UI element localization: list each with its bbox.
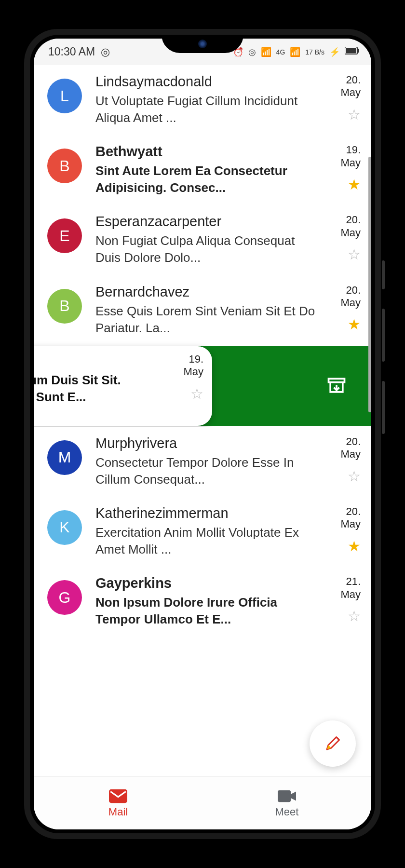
svg-rect-3 xyxy=(329,379,345,382)
star-toggle[interactable]: ★ xyxy=(348,176,361,193)
email-date: 19.May xyxy=(340,144,361,169)
side-buttons xyxy=(382,260,385,453)
status-time: 10:30 AM xyxy=(48,45,95,58)
compose-button[interactable] xyxy=(310,720,356,767)
hotspot-icon-2: ◎ xyxy=(248,47,256,57)
svg-rect-5 xyxy=(278,790,291,801)
phone-frame: 10:30 AM ◎ ⏰ ◎ 📶 4G 📶 17 B/s ⚡ xyxy=(24,29,381,839)
data-rate: 17 B/s xyxy=(305,49,324,55)
mail-icon xyxy=(109,788,127,804)
email-date: 20.May xyxy=(340,284,361,310)
sender: Bethwyatt xyxy=(95,144,317,160)
email-row[interactable]: B Bernardchavez Esse Quis Lorem Sint Ven… xyxy=(34,275,371,345)
email-row[interactable]: G Gayperkins Non Ipsum Dolore Irure Offi… xyxy=(34,567,371,637)
star-toggle[interactable]: ★ xyxy=(348,316,361,333)
email-date: 19. May xyxy=(183,353,203,379)
avatar[interactable]: B xyxy=(47,289,82,324)
sender: Gayperkins xyxy=(95,575,317,591)
nav-mail[interactable]: Mail xyxy=(34,777,202,829)
sender: iciamoody xyxy=(34,353,165,369)
sender: Murphyrivera xyxy=(95,435,317,451)
svg-rect-2 xyxy=(358,49,359,53)
nav-meet[interactable]: Meet xyxy=(202,777,371,829)
email-date: 20.May xyxy=(340,505,361,531)
email-date: 21.May xyxy=(340,575,361,601)
scroll-indicator[interactable] xyxy=(368,157,371,412)
snippet: Non Ipsum Dolore Irure Officia Tempor Ul… xyxy=(95,594,317,628)
email-row[interactable]: M Murphyrivera Consectetur Tempor Dolore… xyxy=(34,427,371,497)
avatar[interactable]: L xyxy=(47,79,82,113)
star-toggle[interactable]: ☆ xyxy=(348,468,361,485)
swiped-email-card[interactable]: iciamoody niam Laborum Duis Sit Sit. bid… xyxy=(34,346,212,426)
screen: 10:30 AM ◎ ⏰ ◎ 📶 4G 📶 17 B/s ⚡ xyxy=(34,39,371,829)
snippet: Esse Quis Lorem Sint Veniam Sit Et Do Pa… xyxy=(95,303,317,337)
sender: Bernardchavez xyxy=(95,284,317,300)
star-toggle[interactable]: ★ xyxy=(348,538,361,555)
avatar[interactable]: M xyxy=(47,440,82,475)
nav-mail-label: Mail xyxy=(108,806,128,818)
nav-meet-label: Meet xyxy=(275,806,299,818)
hotspot-icon: ◎ xyxy=(101,46,110,58)
video-icon xyxy=(278,788,296,804)
pencil-icon xyxy=(324,735,341,752)
email-row[interactable]: B Bethwyatt Sint Aute Lorem Ea Consectet… xyxy=(34,135,371,205)
snippet-line2: bident Ex In Sunt E... xyxy=(34,389,165,406)
avatar[interactable]: E xyxy=(47,218,82,253)
bottom-nav: Mail Meet xyxy=(34,776,371,829)
snippet: Consectetur Tempor Dolore Esse In Cillum… xyxy=(95,454,317,488)
sender: Lindsaymacdonald xyxy=(95,74,317,90)
phone-camera xyxy=(198,40,207,48)
email-row[interactable]: K Katherinezimmerman Exercitation Anim M… xyxy=(34,497,371,567)
avatar[interactable]: K xyxy=(47,510,82,545)
signal-icon: 📶 xyxy=(261,47,271,57)
email-row[interactable]: E Esperanzacarpenter Non Fugiat Culpa Al… xyxy=(34,205,371,275)
mail-list[interactable]: L Lindsaymacdonald Ut Voluptate Fugiat C… xyxy=(34,65,371,776)
star-toggle[interactable]: ☆ xyxy=(190,385,203,402)
avatar[interactable]: G xyxy=(47,580,82,615)
archive-icon xyxy=(326,375,347,396)
snippet: Ut Voluptate Fugiat Cillum Incididunt Al… xyxy=(95,93,317,126)
sender: Esperanzacarpenter xyxy=(95,214,317,230)
snippet: Exercitation Anim Mollit Voluptate Ex Am… xyxy=(95,524,317,558)
star-toggle[interactable]: ☆ xyxy=(348,246,361,263)
star-toggle[interactable]: ☆ xyxy=(348,608,361,624)
signal-icon-2: 📶 xyxy=(290,47,300,57)
email-date: 20.May xyxy=(340,74,361,99)
swiped-email-row[interactable]: iciamoody niam Laborum Duis Sit Sit. bid… xyxy=(34,346,371,426)
signal-type: 4G xyxy=(276,48,285,56)
star-toggle[interactable]: ☆ xyxy=(348,106,361,123)
email-date: 20.May xyxy=(340,435,361,461)
snippet: Non Fugiat Culpa Aliqua Consequat Duis D… xyxy=(95,232,317,266)
snippet: Sint Aute Lorem Ea Consectetur Adipisici… xyxy=(95,163,317,196)
charging-icon: ⚡ xyxy=(329,47,340,57)
sender: Katherinezimmerman xyxy=(95,505,317,521)
email-date: 20.May xyxy=(340,214,361,239)
email-row[interactable]: L Lindsaymacdonald Ut Voluptate Fugiat C… xyxy=(34,65,371,135)
battery-icon xyxy=(345,47,359,57)
avatar[interactable]: B xyxy=(47,149,82,183)
svg-rect-1 xyxy=(346,48,356,54)
snippet-line1: niam Laborum Duis Sit Sit. xyxy=(34,372,165,389)
